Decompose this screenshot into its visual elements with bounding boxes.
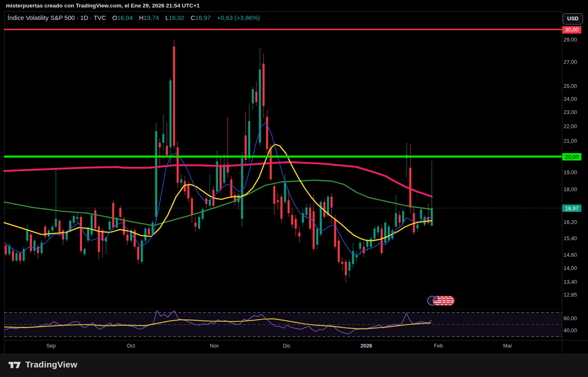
- price-axis-tick: 12,85: [564, 292, 585, 298]
- time-axis-label-Mar: Mar: [503, 343, 512, 349]
- time-axis-label-2026: 2026: [361, 343, 372, 349]
- ohlc-close: C16,97: [191, 14, 211, 21]
- ohlc-low: L16,02: [165, 14, 184, 21]
- price-axis-tick: 13,40: [564, 279, 585, 285]
- price-axis-tick: 23,00: [564, 109, 585, 115]
- chart-canvas[interactable]: [0, 0, 588, 377]
- price-label-30,00: 30,00: [562, 26, 581, 34]
- currency-usd-button[interactable]: USD: [563, 13, 583, 24]
- symbol-header: Índice Volatility S&P 500 · 1D · TVC O16…: [7, 14, 260, 21]
- time-axis-label-Sep: Sep: [46, 343, 56, 349]
- time-axis-label-Nov: Nov: [210, 343, 219, 349]
- ohlc-open: O16,04: [112, 14, 133, 21]
- price-axis-tick: 29,00: [564, 36, 585, 43]
- tradingview-chart-window: misterpuertas creado con TradingView.com…: [0, 0, 588, 377]
- price-axis-tick: 21,00: [564, 138, 585, 144]
- tradingview-logo[interactable]: TradingView: [7, 359, 77, 370]
- price-axis-tick: 19,00: [564, 169, 585, 175]
- us-flag-canton: [433, 297, 438, 301]
- us-flag-icon[interactable]: [433, 296, 443, 306]
- price-label-20,00: 20,00: [562, 153, 581, 161]
- price-axis-tick: 24,00: [564, 96, 585, 102]
- candles-series[interactable]: [5, 40, 433, 282]
- tradingview-logo-icon: [7, 359, 22, 370]
- pane-divider: [4, 309, 562, 309]
- price-axis-tick: 18,00: [564, 186, 585, 192]
- price-axis-tick: 16,20: [564, 219, 585, 225]
- price-axis-tick: 15,40: [564, 235, 585, 241]
- price-label-16,97: 16,97: [562, 204, 581, 212]
- price-axis-tick: 22,00: [564, 123, 585, 129]
- time-axis-label-Dic: Dic: [283, 343, 290, 349]
- change-value: +0,63 (+3,86%): [217, 14, 260, 21]
- time-axis-separator: [4, 340, 588, 341]
- tradingview-logo-text: TradingView: [25, 360, 77, 370]
- time-axis-label-Oct: Oct: [127, 343, 135, 349]
- flag-icons-cluster[interactable]: [427, 296, 460, 307]
- price-axis-tick: 25,00: [564, 83, 585, 89]
- ohlc-high: H19,74: [139, 14, 159, 21]
- symbol-title[interactable]: Índice Volatility S&P 500 · 1D · TVC: [7, 14, 106, 21]
- price-axis-tick: 14,00: [564, 265, 585, 271]
- indicator-axis-tick: 60,00: [564, 315, 585, 321]
- price-axis-tick: 14,60: [564, 252, 585, 258]
- time-axis-label-Feb: Feb: [434, 343, 443, 349]
- ma-yellow: [4, 144, 432, 241]
- price-axis-tick: 27,00: [564, 59, 585, 65]
- price-axis-separator: [562, 11, 562, 354]
- indicator-axis-tick: 40,00: [564, 327, 585, 333]
